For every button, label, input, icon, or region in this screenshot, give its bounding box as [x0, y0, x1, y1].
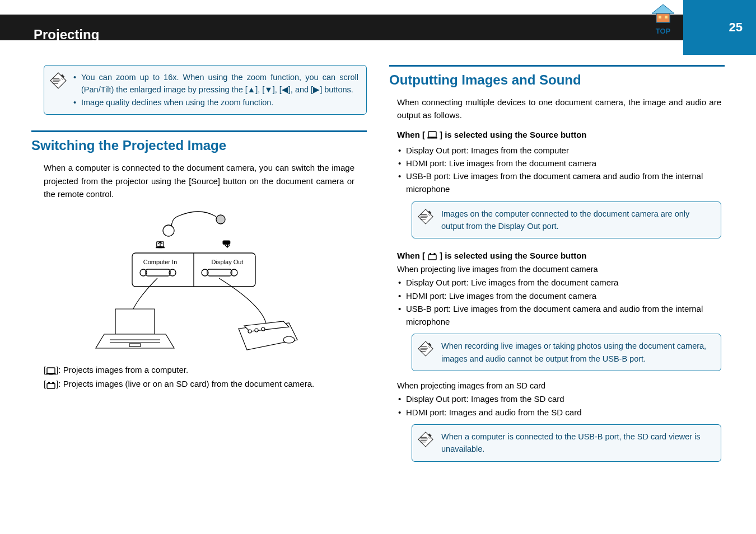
pc-icon [427, 130, 437, 139]
svg-rect-13 [659, 16, 661, 18]
sd-intro: When projecting images from an SD card [397, 381, 717, 390]
svg-point-28 [248, 330, 251, 333]
note-displayout: Images on the computer connected to the … [412, 202, 721, 239]
note-zoom-item1: You can zoom up to 16x. When using the z… [73, 71, 358, 96]
connection-diagram: Computer In Display Out [31, 208, 367, 354]
note-icon [50, 72, 67, 89]
cam-intro-live: When projecting live images from the doc… [397, 265, 717, 274]
note-zoom-item2: Image quality declines when using the zo… [73, 96, 358, 109]
top-home-icon[interactable]: TOP [647, 3, 679, 35]
svg-point-15 [163, 225, 174, 236]
def-computer: []: Projects images from a computer. [44, 364, 354, 377]
right-column: Outputting Images and Sound When connect… [389, 65, 725, 470]
left-column: You can zoom up to 16x. When using the z… [31, 65, 367, 470]
note-zoom: You can zoom up to 16x. When using the z… [44, 65, 367, 115]
note-icon [418, 209, 433, 224]
label-display-out: Display Out [211, 259, 243, 265]
svg-rect-19 [223, 241, 230, 244]
note-icon [418, 432, 433, 447]
svg-rect-12 [656, 13, 670, 22]
output-intro: When connecting multiple devices to one … [397, 96, 721, 122]
camera-icon [46, 380, 56, 389]
switching-intro: When a computer is connected to the docu… [44, 161, 354, 200]
bullets-pc-source: Display Out port: Images from the comput… [397, 144, 717, 196]
heading-outputting: Outputting Images and Sound [389, 65, 725, 88]
note-recording: When recording live images or taking pho… [412, 334, 721, 371]
subhead-pc-source: When [] is selected using the Source but… [397, 130, 717, 139]
svg-point-29 [255, 329, 258, 332]
def-camera: []: Projects images (live or on an SD ca… [44, 378, 354, 391]
svg-point-16 [216, 215, 225, 224]
top-label: TOP [647, 27, 679, 35]
pc-icon [46, 367, 56, 375]
label-computer-in: Computer In [143, 259, 177, 265]
svg-marker-10 [652, 4, 674, 13]
content-columns: You can zoom up to 16x. When using the z… [0, 40, 756, 481]
svg-rect-14 [665, 16, 668, 18]
svg-rect-26 [129, 344, 141, 346]
note-icon [418, 341, 433, 357]
svg-point-30 [262, 327, 265, 331]
bullets-sd: Display Out port: Images from the SD car… [397, 392, 717, 419]
page-title: Projecting [34, 27, 722, 43]
svg-point-27 [283, 336, 295, 343]
note-sdcard: When a computer is connected to the USB-… [412, 424, 721, 462]
camera-icon [427, 251, 437, 260]
subhead-cam-source: When [] is selected using the Source but… [397, 251, 717, 260]
bullets-cam-live: Display Out port: Live images from the d… [397, 276, 717, 328]
heading-switching: Switching the Projected Image [31, 130, 367, 153]
page-number: 25 [683, 0, 756, 55]
page-header: Projecting TOP 25 [0, 0, 756, 40]
